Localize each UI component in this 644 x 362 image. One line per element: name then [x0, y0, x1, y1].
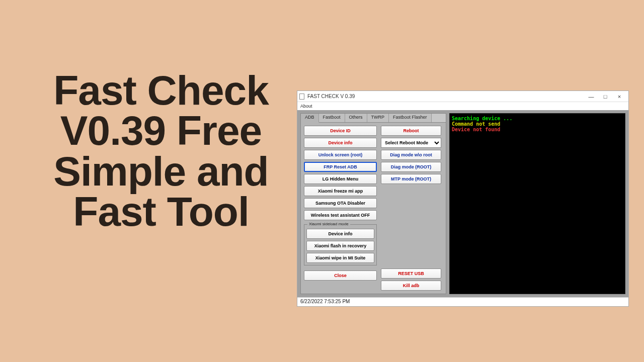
window-title: FAST CHECK V 0.39 — [307, 94, 355, 99]
tab-body-adb: Device ID Device info Unlock screen (roo… — [301, 123, 446, 294]
sideload-device-info-button[interactable]: Device info — [306, 229, 374, 239]
device-info-button[interactable]: Device info — [304, 138, 377, 148]
buttons-column-1: Device ID Device info Unlock screen (roo… — [304, 126, 377, 291]
tab-twrp[interactable]: TWRP — [367, 114, 389, 122]
log-console: Searching device ... Command not send De… — [449, 113, 625, 294]
console-line: Device not found — [452, 127, 623, 132]
tab-others[interactable]: Others — [345, 114, 367, 122]
console-line: Command not send — [452, 121, 623, 127]
xiaomi-freeze-button[interactable]: Xiaomi freeze mi app — [304, 186, 377, 196]
console-line: Searching device ... — [452, 116, 623, 121]
client-area: ADB Fastboot Others TWRP Fastboot Flashe… — [297, 110, 628, 297]
tab-adb[interactable]: ADB — [301, 114, 319, 123]
tab-fastboot[interactable]: Fastboot — [319, 114, 345, 122]
mtp-root-button[interactable]: MTP mode (ROOT) — [381, 174, 441, 184]
close-button[interactable]: Close — [304, 270, 377, 281]
kill-adb-button[interactable]: Kill adb — [381, 281, 441, 291]
maximize-button[interactable]: □ — [598, 92, 612, 101]
tab-fastboot-flasher[interactable]: Fastboot Flasher — [389, 114, 432, 122]
samsung-ota-disabler-button[interactable]: Samsung OTA Disabler — [304, 198, 377, 208]
xiaomi-flash-recovery-button[interactable]: Xiaomi flash in recovery — [306, 241, 374, 251]
wireless-test-off-button[interactable]: Wireless test assistant OFF — [304, 210, 377, 220]
menubar: About — [297, 102, 628, 110]
reboot-button[interactable]: Reboot — [381, 126, 441, 136]
minimize-button[interactable]: — — [584, 92, 598, 101]
reset-usb-button[interactable]: RESET USB — [381, 268, 441, 279]
close-window-button[interactable]: × — [612, 92, 626, 101]
left-panel: ADB Fastboot Others TWRP Fastboot Flashe… — [300, 113, 446, 294]
buttons-column-2: Reboot Select Reboot Mode Diag mode w\o … — [381, 126, 441, 291]
statusbar: 6/22/2022 7:53:25 PM — [297, 297, 628, 306]
frp-reset-button[interactable]: FRP Reset ADB — [304, 162, 377, 172]
reboot-mode-select[interactable]: Select Reboot Mode — [381, 138, 441, 148]
xiaomi-sideload-group: Xiaomi sideload mode Device info Xiaomi … — [304, 224, 377, 265]
device-id-button[interactable]: Device ID — [304, 126, 377, 136]
diag-noroot-button[interactable]: Diag mode w\o root — [381, 150, 441, 160]
app-window: FAST CHECK V 0.39 — □ × About ADB Fastbo… — [297, 90, 629, 307]
page-headline: Fast Check V0.39 Free Simple and Fast To… — [35, 70, 287, 232]
lg-hidden-menu-button[interactable]: LG Hidden Menu — [304, 174, 377, 184]
sideload-legend: Xiaomi sideload mode — [307, 222, 350, 226]
xiaomi-wipe-suite-button[interactable]: Xiaomi wipe in MI Suite — [306, 253, 374, 263]
titlebar: FAST CHECK V 0.39 — □ × — [297, 91, 628, 102]
menu-about[interactable]: About — [300, 104, 312, 109]
tabbar: ADB Fastboot Others TWRP Fastboot Flashe… — [301, 114, 446, 123]
app-icon — [299, 94, 304, 100]
diag-root-button[interactable]: Diag mode (ROOT) — [381, 162, 441, 172]
unlock-screen-button[interactable]: Unlock screen (root) — [304, 150, 377, 160]
